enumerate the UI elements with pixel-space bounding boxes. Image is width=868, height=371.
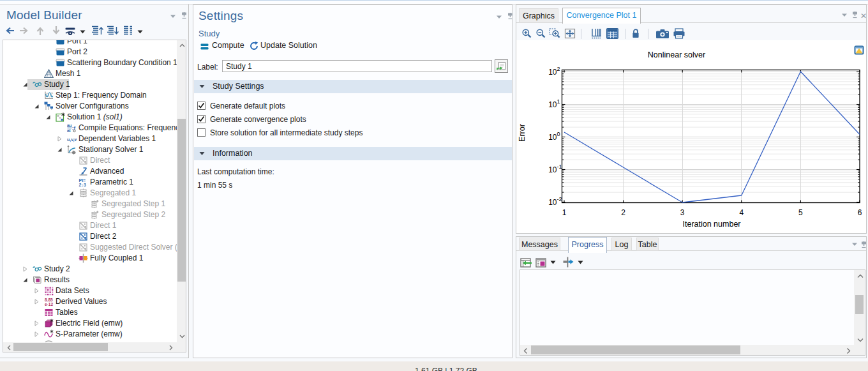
svg-text:10: 10 (548, 165, 557, 174)
svg-text:Iteration number: Iteration number (682, 220, 740, 229)
svg-text:10: 10 (548, 68, 557, 77)
svg-text:Nonlinear solver: Nonlinear solver (648, 50, 705, 59)
svg-text:5: 5 (798, 208, 803, 217)
svg-text:4: 4 (739, 208, 744, 217)
svg-text:10: 10 (548, 100, 557, 109)
svg-text:10: 10 (548, 133, 557, 142)
svg-text:1: 1 (562, 208, 567, 217)
svg-text:1: 1 (557, 98, 560, 105)
svg-text:-1: -1 (557, 163, 562, 170)
svg-text:10: 10 (548, 198, 557, 207)
svg-text:2: 2 (621, 208, 625, 217)
svg-text:-2: -2 (557, 196, 562, 202)
svg-text:Error: Error (518, 124, 527, 142)
svg-text:6: 6 (858, 208, 862, 217)
svg-text:0: 0 (557, 131, 560, 137)
svg-text:2: 2 (557, 66, 560, 72)
svg-text:3: 3 (680, 208, 685, 217)
